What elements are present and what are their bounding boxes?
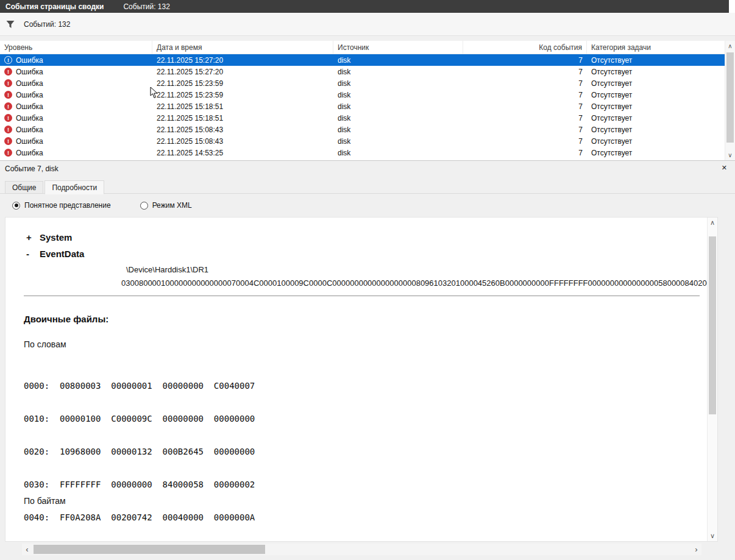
event-datetime: 22.11.2025 15:18:51: [152, 101, 333, 112]
event-list-scrollbar[interactable]: ∧ ∨: [725, 41, 735, 160]
error-icon: !: [4, 102, 12, 110]
tree-node-system-label: System: [40, 232, 72, 243]
event-row[interactable]: !Ошибка 22.11.2025 15:18:51 disk 7 Отсут…: [0, 112, 735, 124]
view-mode-options: Понятное представление Режим XML: [12, 201, 192, 210]
details-content-inner: + System - EventData \Device\Harddisk1\D…: [5, 218, 707, 541]
window-title: События страницы сводки: [0, 2, 104, 11]
horizontal-scrollbar[interactable]: ‹ ›: [22, 544, 701, 555]
titlebar-event-count: Событий: 132: [123, 2, 169, 11]
tab-details[interactable]: Подробности: [44, 180, 104, 194]
error-icon: !: [4, 114, 12, 122]
event-datetime: 22.11.2025 15:23:59: [152, 77, 333, 89]
event-level: Ошибка: [16, 68, 43, 76]
column-header-source[interactable]: Источник: [333, 41, 463, 54]
event-source: disk: [333, 54, 463, 66]
scroll-left-icon[interactable]: ‹: [22, 544, 32, 555]
event-code: 7: [463, 89, 587, 101]
event-level: Ошибка: [16, 137, 43, 146]
event-category: Отсутствует: [587, 124, 735, 135]
radio-unselected-icon: [140, 202, 148, 210]
scrollbar-thumb[interactable]: [34, 545, 265, 554]
tree-node-eventdata-label: EventData: [40, 249, 84, 259]
scroll-down-icon[interactable]: ∨: [725, 150, 735, 160]
column-header-datetime[interactable]: Дата и время: [152, 41, 333, 54]
event-viewer-window: События страницы сводки Событий: 132 Соб…: [0, 0, 735, 560]
event-category: Отсутствует: [587, 135, 735, 147]
expand-icon[interactable]: +: [26, 232, 40, 243]
details-pane-title: Событие 7, disk: [0, 165, 59, 173]
event-row[interactable]: !Ошибка 22.11.2025 15:23:59 disk 7 Отсут…: [0, 77, 735, 89]
scroll-up-icon[interactable]: ∧: [725, 41, 735, 51]
event-category: Отсутствует: [587, 101, 735, 112]
collapse-icon[interactable]: -: [26, 249, 40, 259]
scroll-up-icon[interactable]: ∧: [708, 218, 717, 228]
summary-bar: Событий: 132: [0, 13, 735, 36]
event-level: Ошибка: [16, 114, 43, 122]
titlebar-corner: [729, 0, 735, 13]
event-category: Отсутствует: [587, 147, 735, 158]
error-icon: !: [4, 91, 12, 99]
event-category: Отсутствует: [587, 54, 735, 66]
error-icon: !: [4, 56, 12, 64]
event-datetime: 22.11.2025 15:18:51: [152, 112, 333, 124]
event-row[interactable]: !Ошибка 22.11.2025 15:18:51 disk 7 Отсут…: [0, 101, 735, 112]
window-title-bar: События страницы сводки Событий: 132: [0, 0, 735, 13]
event-list: Уровень Дата и время Источник Код событи…: [0, 41, 735, 160]
error-icon: !: [4, 149, 12, 157]
event-source: disk: [333, 89, 463, 101]
binary-files-heading: Двоичные файлы:: [24, 314, 108, 324]
event-datetime: 22.11.2025 15:23:59: [152, 89, 333, 101]
tree-node-eventdata[interactable]: - EventData: [26, 249, 84, 259]
radio-xml-view[interactable]: Режим XML: [140, 201, 192, 210]
tab-general[interactable]: Общие: [5, 181, 43, 194]
details-scrollbar[interactable]: ∧ ∨: [707, 218, 717, 541]
event-category: Отсутствует: [587, 89, 735, 101]
event-code: 7: [463, 54, 587, 66]
byte-dump-line: 0000: 03 00 80 00 00 01 00 00 ........: [24, 539, 250, 541]
mouse-cursor: [150, 87, 158, 101]
word-dump-line: 0000: 00800003 00000001 00000000 C004000…: [24, 380, 255, 391]
event-category: Отсутствует: [587, 112, 735, 124]
in-words-label: По словам: [24, 339, 66, 349]
word-dump-line: 0030: FFFFFFFF 00000000 84000058 0000000…: [24, 479, 255, 490]
radio-friendly-view[interactable]: Понятное представление: [12, 201, 111, 210]
event-row[interactable]: !Ошибка 22.11.2025 15:08:43 disk 7 Отсут…: [0, 124, 735, 135]
event-list-header: Уровень Дата и время Источник Код событи…: [0, 41, 735, 54]
event-code: 7: [463, 112, 587, 124]
event-row[interactable]: !Ошибка 22.11.2025 15:27:20 disk 7 Отсут…: [0, 66, 735, 77]
details-content: + System - EventData \Device\Harddisk1\D…: [5, 217, 718, 542]
event-list-body: !Ошибка 22.11.2025 15:27:20 disk 7 Отсут…: [0, 54, 735, 160]
event-datetime: 22.11.2025 14:53:25: [152, 147, 333, 158]
scrollbar-thumb[interactable]: [709, 236, 716, 414]
event-level: Ошибка: [16, 79, 43, 88]
event-row-selected[interactable]: !Ошибка 22.11.2025 15:27:20 disk 7 Отсут…: [0, 54, 735, 66]
radio-friendly-label: Понятное представление: [24, 201, 111, 210]
scroll-down-icon[interactable]: ∨: [708, 531, 717, 541]
error-icon: !: [4, 126, 12, 133]
scrollbar-thumb[interactable]: [726, 52, 734, 143]
event-datetime: 22.11.2025 15:08:43: [152, 124, 333, 135]
event-row[interactable]: !Ошибка 22.11.2025 15:08:43 disk 7 Отсут…: [0, 135, 735, 147]
event-code: 7: [463, 135, 587, 147]
event-source: disk: [333, 135, 463, 147]
event-datetime: 22.11.2025 15:27:20: [152, 54, 333, 66]
word-dump-line: 0010: 00000100 C000009C 00000000 0000000…: [24, 413, 255, 424]
radio-selected-icon: [12, 202, 20, 210]
tab-strip-divider: [0, 193, 735, 194]
event-level: Ошибка: [16, 126, 43, 134]
column-header-task-category[interactable]: Категория задачи: [587, 41, 735, 54]
event-level: Ошибка: [16, 149, 43, 157]
column-header-level[interactable]: Уровень: [0, 41, 152, 54]
close-icon[interactable]: ✕: [722, 164, 727, 172]
tree-node-system[interactable]: + System: [26, 232, 72, 243]
event-code: 7: [463, 101, 587, 112]
event-code: 7: [463, 66, 587, 77]
radio-xml-label: Режим XML: [152, 201, 192, 210]
event-source: disk: [333, 124, 463, 135]
event-row[interactable]: !Ошибка 22.11.2025 14:53:25 disk 7 Отсут…: [0, 147, 735, 158]
event-row[interactable]: !Ошибка 22.11.2025 15:23:59 disk 7 Отсут…: [0, 89, 735, 101]
column-header-event-code[interactable]: Код события: [463, 41, 587, 54]
scroll-right-icon[interactable]: ›: [691, 544, 701, 555]
event-level: Ошибка: [16, 102, 43, 111]
in-bytes-label: По байтам: [24, 496, 66, 506]
